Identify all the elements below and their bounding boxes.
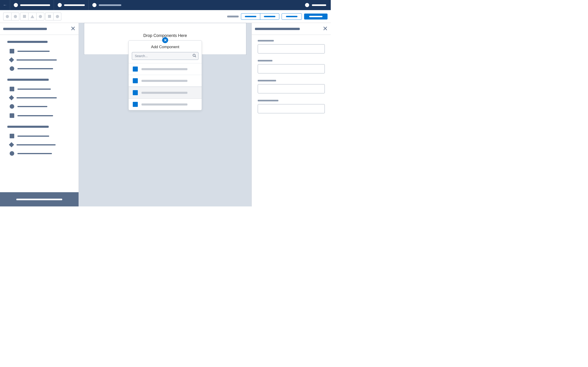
tab-icon xyxy=(14,3,18,7)
item-label xyxy=(17,135,49,137)
nav-tab-1[interactable] xyxy=(10,0,54,10)
circle-icon xyxy=(39,15,42,18)
square-icon xyxy=(10,87,14,91)
toolbar xyxy=(0,10,331,23)
square-icon xyxy=(10,49,14,53)
component-label xyxy=(141,80,187,82)
triangle-icon xyxy=(31,15,34,18)
tab-label xyxy=(99,4,121,6)
tool-btn-5[interactable] xyxy=(36,13,44,20)
square-icon xyxy=(23,15,26,18)
left-panel-footer[interactable] xyxy=(0,192,78,206)
right-panel-title xyxy=(255,28,300,30)
component-item[interactable] xyxy=(4,131,74,141)
component-item[interactable] xyxy=(4,56,74,64)
component-label xyxy=(141,92,187,94)
popover-item[interactable] xyxy=(129,87,202,99)
circle-icon xyxy=(10,66,14,71)
popover-item[interactable] xyxy=(129,63,202,75)
popover-item[interactable] xyxy=(129,99,202,110)
tool-group-1 xyxy=(3,13,19,20)
outline-button[interactable] xyxy=(282,13,302,20)
diamond-icon xyxy=(9,142,14,148)
right-panel-header xyxy=(252,23,331,35)
field-input[interactable] xyxy=(258,64,325,73)
item-label xyxy=(17,144,56,145)
component-item[interactable] xyxy=(4,64,74,73)
popover-item[interactable] xyxy=(129,75,202,87)
left-panel xyxy=(0,23,79,206)
tool-btn-4[interactable] xyxy=(28,13,36,20)
close-left-panel[interactable] xyxy=(71,26,75,32)
tool-btn-1[interactable] xyxy=(3,13,11,20)
search-icon xyxy=(192,54,196,58)
add-component-popover: Add Component xyxy=(128,40,202,110)
square-icon xyxy=(10,113,14,118)
component-item[interactable] xyxy=(4,149,74,158)
tool-btn-3[interactable] xyxy=(20,13,28,20)
tab-icon xyxy=(92,3,96,7)
nav-right-item[interactable] xyxy=(300,3,331,7)
field-input[interactable] xyxy=(258,44,325,53)
component-item[interactable] xyxy=(4,84,74,94)
tab-label xyxy=(20,4,50,6)
nav-tab-3[interactable] xyxy=(89,0,125,10)
close-icon xyxy=(71,26,75,31)
property-field xyxy=(258,40,325,53)
circle-icon xyxy=(14,15,17,18)
circle-icon xyxy=(10,104,14,109)
component-icon xyxy=(133,102,138,107)
field-label xyxy=(258,40,274,42)
nav-tab-2[interactable] xyxy=(54,0,89,10)
canvas: Drop Components Here ✕ Add Component xyxy=(79,23,251,206)
user-label xyxy=(312,4,326,6)
search-input[interactable] xyxy=(132,52,199,60)
seg-item-1[interactable] xyxy=(241,14,260,19)
tool-group-3 xyxy=(45,13,61,20)
component-item[interactable] xyxy=(4,141,74,149)
item-label xyxy=(17,106,47,107)
seg-item-2[interactable] xyxy=(260,14,279,19)
segmented-button xyxy=(241,13,279,20)
tool-btn-7[interactable] xyxy=(53,13,61,20)
circle-icon xyxy=(56,15,59,18)
section-header xyxy=(7,79,49,81)
item-label xyxy=(17,115,53,116)
item-label xyxy=(17,153,52,154)
toolbar-right xyxy=(227,13,328,20)
field-input[interactable] xyxy=(258,104,325,113)
svg-line-1 xyxy=(195,56,196,57)
back-button[interactable]: ← xyxy=(0,0,10,10)
tool-btn-6[interactable] xyxy=(45,13,53,20)
tool-btn-2[interactable] xyxy=(11,13,19,20)
circle-icon xyxy=(6,15,9,18)
square-icon xyxy=(10,134,14,138)
field-label xyxy=(258,60,272,61)
primary-button[interactable] xyxy=(304,14,328,19)
button-label xyxy=(286,16,297,17)
field-input[interactable] xyxy=(258,84,325,93)
circle-icon xyxy=(10,151,14,156)
property-field xyxy=(258,100,325,113)
component-item[interactable] xyxy=(4,102,74,111)
tool-group-2 xyxy=(20,13,44,20)
close-icon: ✕ xyxy=(164,38,167,42)
component-item[interactable] xyxy=(4,47,74,56)
square-icon xyxy=(48,15,51,18)
left-panel-body xyxy=(0,35,78,192)
component-label xyxy=(141,103,187,106)
component-item[interactable] xyxy=(4,111,74,120)
component-item[interactable] xyxy=(4,94,74,102)
right-panel-body xyxy=(252,35,331,125)
item-label xyxy=(17,89,51,90)
item-label xyxy=(17,68,53,69)
right-panel xyxy=(251,23,331,206)
field-label xyxy=(258,100,278,101)
section-header xyxy=(7,41,48,43)
diamond-icon xyxy=(9,95,14,100)
close-right-panel[interactable] xyxy=(323,26,328,32)
toolbar-link[interactable] xyxy=(227,16,239,17)
close-icon xyxy=(323,26,328,31)
property-field xyxy=(258,80,325,93)
add-component-toggle[interactable]: ✕ xyxy=(162,37,168,43)
